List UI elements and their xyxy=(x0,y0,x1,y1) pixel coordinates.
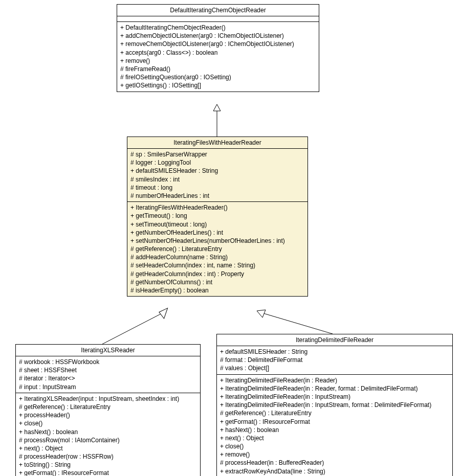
uml-member: # setHeaderColumn(index : int, name : St… xyxy=(130,261,304,269)
uml-member: + getNumberOfHeaderLines() : int xyxy=(130,229,304,237)
uml-member: + getIOSettings() : IOSetting[] xyxy=(120,81,316,89)
uml-member: + close() xyxy=(220,442,449,450)
uml-member: + defaultSMILESHeader : String xyxy=(220,348,449,356)
uml-member: + remove() xyxy=(120,57,316,65)
uml-member: + IteratingDelimitedFileReader(in : Read… xyxy=(220,376,449,384)
uml-member: + IteratingDelimitedFileReader(in : Inpu… xyxy=(220,401,449,409)
uml-class-default-reader: DefaultIteratingChemObjectReader + Defau… xyxy=(117,4,319,92)
class-name: DefaultIteratingChemObjectReader xyxy=(117,5,319,16)
uml-member: + setNumberOfHeaderLines(numberOfHeaderL… xyxy=(130,237,304,245)
uml-member: # sp : SmilesParserWrapper xyxy=(130,150,304,158)
uml-member: + getFormat() : IResourceFormat xyxy=(19,469,197,476)
uml-member: # timeout : long xyxy=(130,184,304,192)
uml-member: # smilesIndex : int xyxy=(130,175,304,184)
uml-member: # getReference() : LiteratureEntry xyxy=(130,245,304,253)
uml-member: # numberOfHeaderLines : int xyxy=(130,192,304,200)
methods-section: + DefaultIteratingChemObjectReader()+ ad… xyxy=(117,22,319,92)
uml-member: # format : DelimitedFileFormat xyxy=(220,356,449,364)
svg-marker-5 xyxy=(257,310,266,318)
uml-member: # input : InputStream xyxy=(19,383,197,391)
uml-member: # logger : LoggingTool xyxy=(130,158,304,167)
uml-member: + DefaultIteratingChemObjectReader() xyxy=(120,24,316,32)
uml-member: # getNumberOfColumns() : int xyxy=(130,278,304,286)
uml-member: + close() xyxy=(19,419,197,427)
uml-member: # getReference() : LiteratureEntry xyxy=(220,409,449,417)
uml-member: + setTimeout(timeout : long) xyxy=(130,220,304,229)
uml-member: # getHeaderColumn(index : int) : Propert… xyxy=(130,270,304,278)
methods-section: + IteratingFilesWithHeaderReader()+ getT… xyxy=(127,202,308,296)
uml-class-delimited-reader: IteratingDelimitedFileReader + defaultSM… xyxy=(216,334,453,476)
uml-class-header-reader: IteratingFilesWithHeaderReader # sp : Sm… xyxy=(127,137,308,297)
uml-member: + hasNext() : boolean xyxy=(220,426,449,434)
attributes-section xyxy=(117,16,319,22)
class-name: IteratingFilesWithHeaderReader xyxy=(127,137,308,149)
uml-member: # processHeader(in : BufferedReader) xyxy=(220,459,449,467)
uml-member: + hasNext() : boolean xyxy=(19,428,197,436)
uml-member: + IteratingFilesWithHeaderReader() xyxy=(130,203,304,212)
uml-class-xls-reader: IteratingXLSReader # workbook : HSSFWork… xyxy=(15,344,201,476)
svg-marker-3 xyxy=(159,308,168,319)
uml-member: + extractRowKeyAndData(line : String) xyxy=(220,467,449,475)
uml-member: + getFormat() : IResourceFormat xyxy=(220,418,449,426)
uml-member: + toString() : String xyxy=(19,461,197,469)
uml-member: # processHeader(row : HSSFRow) xyxy=(19,452,197,461)
uml-member: # sheet : HSSFSheet xyxy=(19,366,197,374)
uml-member: # fireIOSettingQuestion(arg0 : IOSetting… xyxy=(120,73,316,81)
svg-line-2 xyxy=(102,313,163,344)
uml-member: + accepts(arg0 : Class<>) : boolean xyxy=(120,49,316,57)
uml-member: + next() : Object xyxy=(220,434,449,442)
class-name: IteratingXLSReader xyxy=(16,345,200,356)
attributes-section: + defaultSMILESHeader : String# format :… xyxy=(217,346,452,375)
svg-marker-1 xyxy=(213,104,221,111)
attributes-section: # workbook : HSSFWorkbook# sheet : HSSFS… xyxy=(16,356,200,393)
attributes-section: # sp : SmilesParserWrapper# logger : Log… xyxy=(127,149,308,202)
uml-member: + remove() xyxy=(220,450,449,459)
uml-member: # iterator : Iterator<> xyxy=(19,374,197,382)
uml-member: # addHeaderColumn(name : String) xyxy=(130,253,304,261)
uml-member: + next() : Object xyxy=(19,444,197,452)
uml-member: # fireFrameRead() xyxy=(120,65,316,73)
uml-member: + IteratingDelimitedFileReader(in : Inpu… xyxy=(220,393,449,401)
class-name: IteratingDelimitedFileReader xyxy=(217,334,452,346)
uml-member: # values : Object[] xyxy=(220,364,449,372)
methods-section: + IteratingXLSReader(input : InputStream… xyxy=(16,393,200,476)
uml-member: + removeChemObjectIOListener(arg0 : IChe… xyxy=(120,40,316,48)
uml-member: + IteratingDelimitedFileReader(in : Read… xyxy=(220,384,449,393)
uml-member: # isHeaderEmpty() : boolean xyxy=(130,286,304,294)
svg-line-4 xyxy=(262,313,333,334)
uml-member: + processHeader() xyxy=(19,411,197,419)
uml-member: + addChemObjectIOListener(arg0 : IChemOb… xyxy=(120,32,316,40)
uml-member: # workbook : HSSFWorkbook xyxy=(19,358,197,366)
uml-member: + defaultSMILESHeader : String xyxy=(130,167,304,175)
uml-member: + getTimeout() : long xyxy=(130,212,304,220)
uml-member: # getReference() : LiteratureEntry xyxy=(19,403,197,411)
uml-member: + IteratingXLSReader(input : InputStream… xyxy=(19,395,197,403)
methods-section: + IteratingDelimitedFileReader(in : Read… xyxy=(217,375,452,476)
uml-member: # processRow(mol : IAtomContainer) xyxy=(19,436,197,444)
